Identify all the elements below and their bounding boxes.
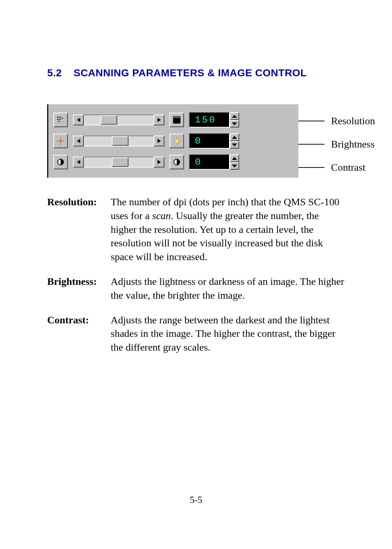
definition-text: Adjusts the range between the darkest an… xyxy=(111,313,345,354)
brightness-spin-down-icon[interactable] xyxy=(230,141,239,149)
section-heading: 5.2 SCANNING PARAMETERS & IMAGE CONTROL xyxy=(47,67,345,79)
callout-label: Brightness xyxy=(331,138,375,150)
control-panel: 150 0 xyxy=(47,104,298,178)
svg-point-17 xyxy=(59,140,62,142)
resolution-value: 150 xyxy=(189,112,230,128)
contrast-slider[interactable] xyxy=(73,157,164,167)
section-number: 5.2 xyxy=(47,67,62,78)
svg-line-30 xyxy=(174,143,175,144)
slider-right-arrow-icon[interactable] xyxy=(154,114,164,125)
definition-term: Resolution: xyxy=(47,195,111,264)
contrast-value: 0 xyxy=(189,154,230,170)
contrast-row: 0 xyxy=(53,152,292,173)
resolution-spinbox: 150 xyxy=(189,112,239,128)
definition-term: Brightness: xyxy=(47,275,111,302)
resolution-spin-up-icon[interactable] xyxy=(230,112,239,120)
slider-track[interactable] xyxy=(84,157,154,167)
slider-right-arrow-icon[interactable] xyxy=(154,157,164,167)
svg-rect-16 xyxy=(179,117,179,118)
svg-rect-9 xyxy=(175,117,176,117)
callout-brightness: Brightness xyxy=(298,138,375,150)
slider-left-arrow-icon[interactable] xyxy=(73,136,84,146)
svg-rect-15 xyxy=(177,117,178,118)
svg-rect-8 xyxy=(173,117,174,117)
page-number: 5-5 xyxy=(0,494,392,505)
svg-point-22 xyxy=(175,139,179,143)
definition-italic: scan xyxy=(152,210,171,221)
svg-line-29 xyxy=(179,138,180,139)
definition-row: Resolution: The number of dpi (dots per … xyxy=(47,195,345,264)
svg-rect-10 xyxy=(176,117,177,117)
contrast-spinbox: 0 xyxy=(189,154,239,170)
svg-line-28 xyxy=(179,143,180,144)
control-panel-figure: 150 0 xyxy=(47,104,345,178)
callout-line xyxy=(298,144,324,145)
slider-thumb[interactable] xyxy=(101,115,117,125)
definitions: Resolution: The number of dpi (dots per … xyxy=(47,195,345,354)
svg-rect-2 xyxy=(57,119,58,120)
contrast-spin-down-icon[interactable] xyxy=(230,162,239,170)
definition-text-part: Adjusts the lightness or darkness of an … xyxy=(111,276,344,301)
resolution-low-icon[interactable] xyxy=(53,113,68,127)
slider-left-arrow-icon[interactable] xyxy=(73,157,84,167)
callout-resolution: Resolution xyxy=(298,115,375,127)
section-title: SCANNING PARAMETERS & IMAGE CONTROL xyxy=(74,67,307,78)
brightness-low-icon[interactable] xyxy=(53,134,68,148)
svg-rect-13 xyxy=(174,117,175,118)
contrast-high-icon[interactable] xyxy=(170,155,184,169)
slider-thumb[interactable] xyxy=(112,157,128,167)
definition-text: The number of dpi (dots per inch) that t… xyxy=(111,195,345,264)
svg-rect-1 xyxy=(60,117,61,118)
brightness-spinbox: 0 xyxy=(189,133,239,149)
callout-line xyxy=(298,121,324,121)
svg-rect-14 xyxy=(176,117,176,118)
svg-rect-3 xyxy=(60,119,61,120)
svg-rect-0 xyxy=(57,117,58,118)
definition-text-part: Adjusts the range between the darkest an… xyxy=(111,314,335,353)
slider-track[interactable] xyxy=(84,114,154,125)
resolution-slider[interactable] xyxy=(73,114,164,125)
svg-rect-12 xyxy=(179,117,180,117)
svg-rect-4 xyxy=(62,118,63,119)
contrast-spin-up-icon[interactable] xyxy=(230,154,239,162)
resolution-spin-down-icon[interactable] xyxy=(230,120,239,128)
slider-right-arrow-icon[interactable] xyxy=(154,136,164,146)
brightness-high-icon[interactable] xyxy=(170,134,184,148)
brightness-value: 0 xyxy=(189,133,230,149)
definition-term: Contrast: xyxy=(47,313,111,354)
definition-row: Contrast: Adjusts the range between the … xyxy=(47,313,345,354)
definition-text: Adjusts the lightness or darkness of an … xyxy=(111,275,345,302)
brightness-row: 0 xyxy=(53,130,292,152)
svg-line-27 xyxy=(174,138,175,139)
callout-line xyxy=(298,167,324,168)
callout-contrast: Contrast xyxy=(298,162,366,173)
brightness-spin-up-icon[interactable] xyxy=(230,133,239,141)
resolution-high-icon[interactable] xyxy=(170,113,184,127)
svg-rect-5 xyxy=(58,121,60,122)
callout-label: Resolution xyxy=(331,115,375,127)
contrast-low-icon[interactable] xyxy=(53,155,68,169)
slider-left-arrow-icon[interactable] xyxy=(73,114,84,125)
resolution-row: 150 xyxy=(53,109,292,130)
definition-row: Brightness: Adjusts the lightness or dar… xyxy=(47,275,345,302)
brightness-slider[interactable] xyxy=(73,136,164,146)
callout-label: Contrast xyxy=(331,162,366,173)
slider-track[interactable] xyxy=(84,136,154,146)
svg-rect-11 xyxy=(178,117,179,117)
slider-thumb[interactable] xyxy=(112,136,128,146)
